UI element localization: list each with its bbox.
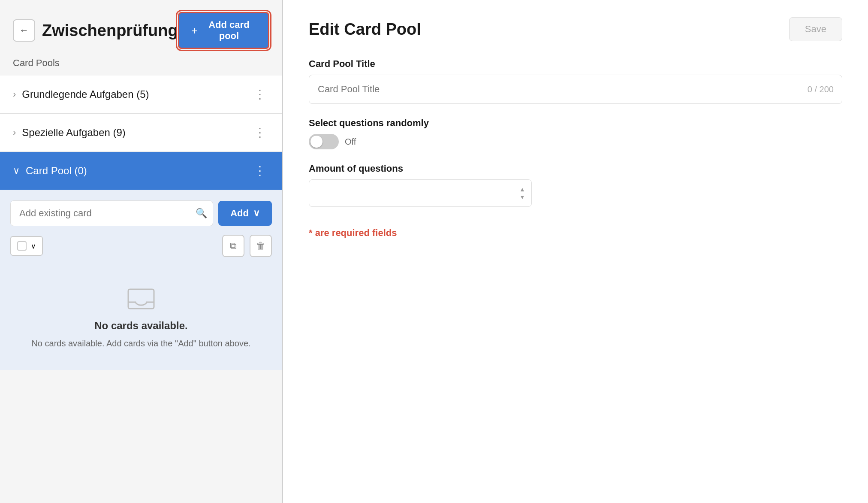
pool-item-left-2: › Spezielle Aufgaben (9) [13, 127, 126, 139]
add-card-pool-label: Add card pool [202, 19, 256, 42]
spinner-buttons: ▲ ▼ [518, 186, 527, 200]
amount-input[interactable] [309, 179, 532, 207]
chevron-down-icon-3: ∨ [13, 165, 20, 176]
spinner-up-button[interactable]: ▲ [518, 186, 527, 193]
duplicate-button[interactable]: ⧉ [222, 235, 244, 257]
title-input-wrap: 0 / 200 [309, 75, 842, 104]
right-panel: Edit Card Pool Save Card Pool Title 0 / … [283, 0, 868, 503]
pool-menu-dots-1[interactable]: ⋮ [250, 87, 269, 102]
pool-item-card-pool[interactable]: ∨ Card Pool (0) ⋮ [0, 152, 282, 190]
search-icon: 🔍 [196, 208, 207, 218]
pool-name-3: Card Pool (0) [26, 165, 87, 177]
pool-item-spezielle[interactable]: › Spezielle Aufgaben (9) ⋮ [0, 114, 282, 152]
add-card-pool-button[interactable]: + Add card pool [178, 12, 269, 49]
toolbar-actions: ⧉ 🗑 [222, 235, 272, 257]
pool-menu-dots-2[interactable]: ⋮ [250, 125, 269, 140]
spinner-down-button[interactable]: ▼ [518, 194, 527, 200]
pool-list: › Grundlegende Aufgaben (5) ⋮ › Speziell… [0, 76, 282, 503]
left-header: ← Zwischenprüfung + Add card pool [0, 0, 282, 58]
pool-item-left-1: › Grundlegende Aufgaben (5) [13, 88, 149, 100]
pool-expanded-area: 🔍 Add ∨ ∨ ⧉ 🗑 [0, 190, 282, 370]
select-all-checkbox[interactable] [17, 241, 27, 251]
card-pool-title-section: Card Pool Title 0 / 200 [309, 58, 842, 104]
char-count: 0 / 200 [808, 85, 834, 94]
checkbox-chevron-icon: ∨ [31, 242, 36, 250]
amount-questions-label: Amount of questions [309, 163, 842, 174]
pool-menu-dots-3[interactable]: ⋮ [250, 163, 269, 179]
back-arrow-icon: ← [19, 25, 29, 36]
search-add-row: 🔍 Add ∨ [10, 200, 272, 226]
pool-name-1: Grundlegende Aufgaben (5) [22, 88, 149, 100]
chevron-right-icon-1: › [13, 89, 16, 100]
pool-name-2: Spezielle Aufgaben (9) [22, 127, 126, 139]
pool-item-left-3: ∨ Card Pool (0) [13, 165, 87, 177]
add-label: Add [230, 208, 249, 219]
delete-button[interactable]: 🗑 [250, 235, 272, 257]
inbox-icon [126, 287, 156, 313]
toolbar-row: ∨ ⧉ 🗑 [10, 235, 272, 257]
duplicate-icon: ⧉ [230, 240, 237, 252]
right-header: Edit Card Pool Save [309, 17, 842, 41]
search-existing-card-input[interactable] [10, 200, 213, 226]
card-pools-label: Card Pools [0, 58, 282, 76]
select-random-label: Select questions randomly [309, 118, 842, 129]
search-button[interactable]: 🔍 [196, 208, 207, 219]
add-dropdown-button[interactable]: Add ∨ [218, 201, 272, 226]
empty-description: No cards available. Add cards via the "A… [31, 339, 250, 348]
pool-item-grundlegende[interactable]: › Grundlegende Aufgaben (5) ⋮ [0, 76, 282, 114]
left-panel: ← Zwischenprüfung + Add card pool Card P… [0, 0, 283, 503]
page-title: Zwischenprüfung [42, 21, 178, 40]
toggle-knob [310, 136, 322, 148]
save-button[interactable]: Save [789, 17, 842, 41]
toggle-off-label: Off [345, 137, 356, 147]
edit-card-pool-title: Edit Card Pool [309, 20, 421, 39]
chevron-right-icon-2: › [13, 127, 16, 138]
back-button[interactable]: ← [13, 19, 35, 42]
select-random-section: Select questions randomly Off [309, 118, 842, 149]
random-toggle[interactable] [309, 134, 339, 149]
search-input-wrap: 🔍 [10, 200, 213, 226]
checkbox-dropdown[interactable]: ∨ [10, 236, 43, 256]
plus-icon: + [191, 24, 198, 37]
card-pool-title-label: Card Pool Title [309, 58, 842, 70]
amount-questions-section: Amount of questions ▲ ▼ [309, 163, 842, 207]
empty-title: No cards available. [94, 320, 187, 332]
required-fields-note: * are required fields [309, 227, 842, 239]
amount-input-wrap: ▲ ▼ [309, 179, 532, 207]
dropdown-chevron-icon: ∨ [253, 208, 260, 219]
empty-state: No cards available. No cards available. … [10, 266, 272, 357]
card-pool-title-input[interactable] [309, 75, 842, 104]
back-title-group: ← Zwischenprüfung [13, 19, 178, 42]
toggle-wrap: Off [309, 134, 842, 149]
trash-icon: 🗑 [256, 240, 265, 252]
